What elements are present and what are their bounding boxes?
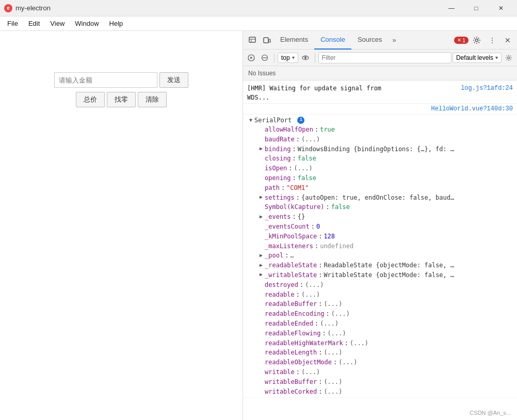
devtools-toolbar: top ▾ Default levels ▾ [243, 50, 517, 66]
filter-input[interactable] [318, 52, 451, 63]
minimize-button[interactable]: — [440, 0, 463, 17]
pause-script-button[interactable] [245, 52, 257, 64]
hmr-log-line: [HMR] Waiting for update signal from WDS… [243, 83, 517, 104]
window-controls: — □ ✕ [440, 0, 513, 17]
tab-console[interactable]: Console [314, 31, 351, 50]
more-tabs-button[interactable]: » [389, 36, 400, 44]
app-panel: 发送 总价 找零 清除 [0, 31, 243, 420]
menu-view[interactable]: View [45, 18, 70, 29]
console-wrapper: [HMR] Waiting for update signal from WDS… [243, 80, 517, 420]
menu-help[interactable]: Help [104, 18, 128, 29]
devtools-tabs: Elements Console Sources » [274, 31, 452, 49]
tab-elements[interactable]: Elements [274, 31, 314, 50]
chevron-down-icon: ▾ [292, 55, 295, 60]
clear-button[interactable]: 清除 [138, 92, 167, 107]
serial-port-properties: allowHalfOpen : true baudRate : (...) [247, 125, 513, 396]
devtools-panel: Elements Console Sources » ✕ 1 [243, 31, 517, 420]
levels-chevron-icon: ▾ [495, 55, 498, 60]
menu-edit[interactable]: Edit [23, 18, 45, 29]
watermark: CSDN @An_s... [470, 410, 511, 416]
total-button[interactable]: 总价 [76, 92, 105, 107]
prop-readableLength: readableLength : (...) [257, 348, 513, 358]
prop-opening: opening : false [257, 173, 513, 183]
serial-port-object: SerialPort i allowHalfOpen : true [243, 115, 517, 398]
context-selector[interactable]: top ▾ [278, 53, 298, 63]
menu-window[interactable]: Window [70, 18, 104, 29]
no-issues-bar: No Issues [243, 66, 517, 80]
clear-console-button[interactable] [258, 52, 271, 64]
prop-pool[interactable]: _pool : … [257, 251, 513, 261]
prop-allowHalfOpen: allowHalfOpen : true [257, 125, 513, 135]
writableState-expand-icon[interactable] [257, 271, 265, 279]
app-title: my-electron [15, 4, 440, 12]
prop-events[interactable]: _events : {} [257, 212, 513, 222]
svg-rect-4 [269, 39, 270, 42]
prop-readable: readable : (...) [257, 290, 513, 300]
info-icon[interactable]: i [297, 117, 304, 124]
log-link[interactable]: log.js?1afd:24 [457, 84, 513, 93]
inspect-element-button[interactable] [245, 33, 260, 47]
console-content[interactable]: [HMR] Waiting for update signal from WDS… [243, 80, 517, 420]
prop-eventsCount: _eventsCount : 0 [257, 222, 513, 232]
prop-readableObjectMode: readableObjectMode : (...) [257, 358, 513, 367]
error-badge[interactable]: ✕ 1 [454, 37, 468, 44]
toolbar-separator-2 [315, 53, 315, 62]
svg-rect-3 [264, 38, 268, 43]
prop-path: path : "COM1" [257, 183, 513, 193]
menu-file[interactable]: File [2, 18, 23, 29]
prop-writable: writable : (...) [257, 367, 513, 377]
prop-readableEncoding: readableEncoding : (...) [257, 309, 513, 319]
expand-icon[interactable] [247, 117, 254, 124]
send-button[interactable]: 发送 [159, 72, 188, 88]
settings-expand-icon[interactable] [257, 194, 265, 201]
more-options-button[interactable]: ⋮ [485, 33, 499, 47]
prop-baudRate: baudRate : (...) [257, 135, 513, 144]
prop-binding[interactable]: binding : WindowsBinding {bindingOptions… [257, 144, 513, 154]
amount-input[interactable] [54, 72, 157, 88]
device-toolbar-button[interactable] [260, 33, 274, 47]
serial-port-header[interactable]: SerialPort i [247, 116, 513, 125]
prop-writableBuffer: writableBuffer : (...) [257, 377, 513, 387]
prop-maxListeners: _maxListeners : undefined [257, 241, 513, 251]
helloworld-link[interactable]: HelloWorld.vue?140d:30 [431, 104, 513, 114]
prop-readableEnded: readableEnded : (...) [257, 319, 513, 329]
toolbar-separator [274, 53, 274, 62]
action-buttons: 总价 找零 清除 [76, 92, 167, 107]
log-levels-selector[interactable]: Default levels ▾ [453, 53, 502, 63]
prop-readableFlowing: readableFlowing : (...) [257, 329, 513, 338]
settings-button[interactable] [470, 33, 484, 47]
prop-kCapture: Symbol(kCapture) : false [257, 202, 513, 212]
prop-destroyed: destroyed : (...) [257, 280, 513, 290]
change-button[interactable]: 找零 [107, 92, 136, 107]
tab-sources[interactable]: Sources [351, 31, 389, 50]
input-row: 发送 [54, 72, 188, 88]
prop-readableBuffer: readableBuffer : (...) [257, 299, 513, 309]
prop-writableState[interactable]: _writableState : WritableState {objectMo… [257, 270, 513, 280]
binding-expand-icon[interactable] [257, 146, 265, 153]
serial-port-label: SerialPort [254, 116, 295, 125]
svg-point-12 [508, 57, 510, 59]
svg-point-5 [476, 39, 478, 41]
prop-isOpen: isOpen : (...) [257, 164, 513, 173]
devtools-topbar-right: ✕ 1 ⋮ ✕ [452, 33, 515, 47]
devtools-close-button[interactable]: ✕ [500, 33, 515, 47]
error-icon: ✕ [457, 37, 461, 43]
prop-readableState[interactable]: _readableState : ReadableState {objectMo… [257, 261, 513, 270]
svg-marker-7 [251, 56, 253, 59]
prop-readableHighWaterMark: readableHighWaterMark : (...) [257, 338, 513, 348]
console-settings-button[interactable] [503, 52, 515, 64]
menu-bar: File Edit View Window Help [0, 17, 517, 31]
prop-settings[interactable]: settings : {autoOpen: true, endOnClose: … [257, 193, 513, 203]
maximize-button[interactable]: □ [464, 0, 488, 17]
eye-button[interactable] [299, 52, 312, 64]
close-button[interactable]: ✕ [489, 0, 513, 17]
helloworld-log-line: HelloWorld.vue?140d:30 [243, 104, 517, 115]
events-expand-icon[interactable] [257, 214, 265, 221]
pool-expand-icon[interactable] [257, 252, 265, 260]
svg-point-11 [304, 57, 306, 59]
readableState-expand-icon[interactable] [257, 262, 265, 269]
title-bar: e my-electron — □ ✕ [0, 0, 517, 17]
prop-kMinPoolSpace: _kMinPoolSpace : 128 [257, 232, 513, 241]
no-issues-label: No Issues [248, 70, 276, 77]
main-area: 发送 总价 找零 清除 [0, 31, 517, 420]
